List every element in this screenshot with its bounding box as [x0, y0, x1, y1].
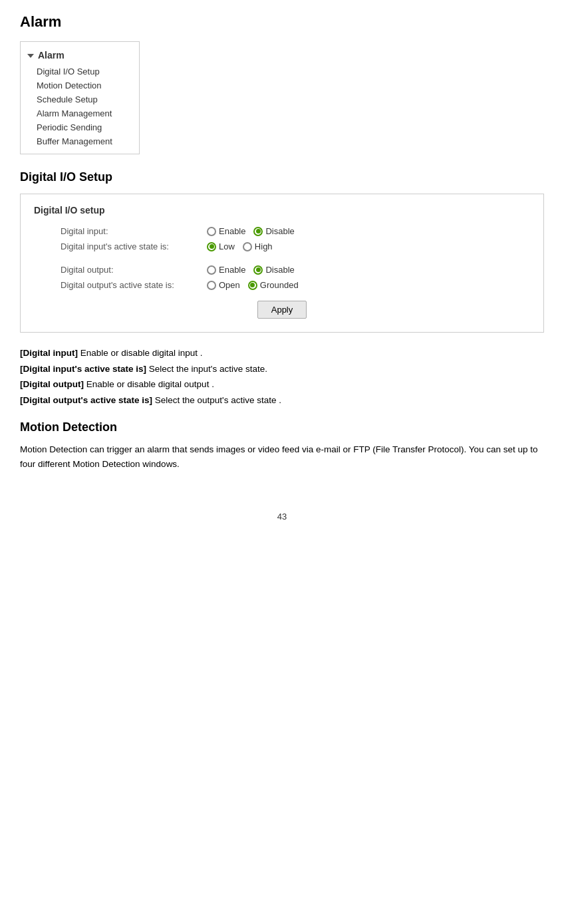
digital-output-active-state-row: Digital output's active state is: Open G… [34, 280, 530, 290]
digital-output-enable-radio[interactable] [207, 265, 216, 275]
digital-output-enable-option[interactable]: Enable [207, 265, 245, 275]
digital-input-enable-radio[interactable] [207, 227, 216, 236]
digital-output-grounded-label: Grounded [260, 280, 299, 290]
sidebar-nav: Alarm Digital I/O Setup Motion Detection… [20, 41, 140, 154]
digital-output-disable-label: Disable [265, 265, 294, 275]
sidebar-item-buffer-management[interactable]: Buffer Management [21, 134, 139, 148]
digital-output-active-controls: Open Grounded [207, 280, 299, 290]
digital-input-label: Digital input: [34, 226, 207, 236]
digital-input-low-option[interactable]: Low [207, 241, 235, 251]
desc-digital-output-text: Enable or disable digital output . [86, 379, 214, 389]
digital-input-active-label: Digital input's active state is: [34, 241, 207, 251]
digital-output-row: Digital output: Enable Disable [34, 265, 530, 275]
digital-output-controls: Enable Disable [207, 265, 295, 275]
setup-box-title: Digital I/O setup [34, 205, 530, 216]
sidebar-item-periodic-sending[interactable]: Periodic Sending [21, 120, 139, 134]
digital-input-high-option[interactable]: High [243, 241, 273, 251]
digital-output-enable-label: Enable [219, 265, 245, 275]
desc-digital-input-active-key: [Digital input's active state is] [20, 364, 146, 374]
digital-output-active-label: Digital output's active state is: [34, 280, 207, 290]
digital-input-row: Digital input: Enable Disable [34, 226, 530, 236]
digital-input-active-controls: Low High [207, 241, 273, 251]
digital-input-low-label: Low [219, 241, 235, 251]
digital-input-low-radio[interactable] [207, 242, 216, 251]
digital-io-section-title: Digital I/O Setup [20, 170, 544, 184]
apply-row: Apply [34, 301, 530, 319]
desc-digital-input-key: [Digital input] [20, 348, 78, 358]
digital-output-open-label: Open [219, 280, 240, 290]
digital-output-grounded-option[interactable]: Grounded [248, 280, 299, 290]
sidebar-item-alarm-management[interactable]: Alarm Management [21, 106, 139, 120]
motion-detection-description: Motion Detection can trigger an alarm th… [20, 442, 544, 471]
description-block: [Digital input] Enable or disable digita… [20, 346, 544, 407]
digital-io-setup-box: Digital I/O setup Digital input: Enable … [20, 194, 544, 333]
digital-output-grounded-radio[interactable] [248, 281, 257, 290]
sidebar-header: Alarm [21, 47, 139, 65]
digital-output-open-option[interactable]: Open [207, 280, 240, 290]
motion-detection-title: Motion Detection [20, 420, 544, 434]
digital-input-disable-radio[interactable] [253, 227, 263, 236]
desc-digital-input-active: [Digital input's active state is] Select… [20, 362, 544, 377]
page-number: 43 [20, 512, 544, 522]
desc-digital-input: [Digital input] Enable or disable digita… [20, 346, 544, 361]
digital-input-high-label: High [255, 241, 273, 251]
desc-digital-output: [Digital output] Enable or disable digit… [20, 377, 544, 392]
digital-output-label: Digital output: [34, 265, 207, 275]
apply-button[interactable]: Apply [257, 301, 307, 319]
digital-input-controls: Enable Disable [207, 226, 295, 236]
digital-input-disable-label: Disable [265, 226, 294, 236]
sidebar-item-motion-detection[interactable]: Motion Detection [21, 78, 139, 92]
desc-digital-input-text: Enable or disable digital input . [80, 348, 203, 358]
digital-input-active-state-row: Digital input's active state is: Low Hig… [34, 241, 530, 251]
expand-triangle-icon [27, 54, 34, 58]
desc-digital-output-active: [Digital output's active state is] Selec… [20, 393, 544, 408]
digital-input-enable-label: Enable [219, 226, 245, 236]
sidebar-header-label: Alarm [38, 50, 65, 61]
desc-digital-input-active-text: Select the input's active state. [149, 364, 267, 374]
digital-input-disable-option[interactable]: Disable [253, 226, 294, 236]
desc-digital-output-active-text: Select the output's active state . [155, 395, 281, 405]
digital-output-disable-radio[interactable] [253, 265, 263, 275]
digital-input-enable-option[interactable]: Enable [207, 226, 245, 236]
desc-digital-output-key: [Digital output] [20, 379, 84, 389]
digital-output-disable-option[interactable]: Disable [253, 265, 294, 275]
digital-input-high-radio[interactable] [243, 242, 252, 251]
digital-output-open-radio[interactable] [207, 281, 216, 290]
sidebar-item-schedule-setup[interactable]: Schedule Setup [21, 92, 139, 106]
sidebar-item-digital-io[interactable]: Digital I/O Setup [21, 65, 139, 78]
page-title: Alarm [20, 13, 544, 31]
desc-digital-output-active-key: [Digital output's active state is] [20, 395, 152, 405]
